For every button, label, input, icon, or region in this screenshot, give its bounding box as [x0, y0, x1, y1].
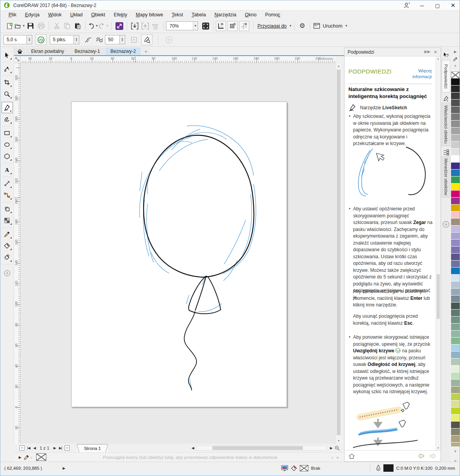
docker-scroll-thumb[interactable] — [437, 274, 440, 319]
options-button[interactable]: ⚙ — [297, 21, 308, 31]
rectangle-tool[interactable] — [2, 127, 13, 138]
horizontal-scrollbar[interactable] — [197, 445, 326, 451]
text-tool[interactable]: A — [2, 164, 13, 175]
curve-smoothing-icon[interactable] — [94, 34, 105, 45]
vertical-scroll-thumb[interactable] — [337, 70, 341, 435]
first-page-button[interactable]: |◀ — [26, 446, 31, 450]
horizontal-scroll-thumb[interactable] — [212, 446, 303, 450]
search-content-button[interactable] — [114, 21, 124, 31]
color-swatch[interactable] — [451, 114, 460, 121]
undo-button[interactable]: ▼ — [88, 21, 98, 31]
sketch-preview-button[interactable] — [141, 34, 152, 45]
zoom-level-combo[interactable]: 70% ▼ — [166, 21, 198, 30]
hscroll-right-arrow[interactable]: ▶ — [328, 446, 334, 450]
palette-flyout-arrow[interactable]: ▶ — [450, 50, 460, 54]
palette-eyedropper-icon[interactable] — [453, 57, 458, 61]
scroll-down-arrow[interactable]: ▼ — [336, 439, 341, 442]
fill-none-swatch[interactable] — [300, 465, 308, 471]
include-curves-toggle[interactable] — [35, 34, 47, 45]
connector-tool[interactable] — [2, 189, 13, 201]
tray-no-color-swatch[interactable] — [36, 453, 46, 461]
color-swatch[interactable] — [451, 387, 460, 394]
add-docker-button[interactable] — [443, 221, 450, 228]
add-page-before-button[interactable]: + — [19, 445, 24, 451]
ruler-origin[interactable] — [14, 56, 21, 63]
color-swatch[interactable] — [451, 275, 460, 282]
color-swatch[interactable] — [451, 429, 460, 436]
color-swatch[interactable] — [451, 121, 460, 128]
color-swatch[interactable] — [451, 366, 460, 373]
ellipse-tool[interactable] — [2, 139, 13, 150]
color-swatch[interactable] — [451, 142, 460, 149]
docker-close-icon[interactable]: ✕ — [434, 49, 437, 55]
color-swatch[interactable] — [451, 254, 460, 261]
color-swatch[interactable] — [451, 338, 460, 345]
menu-plik[interactable]: Plik — [4, 12, 21, 18]
last-page-button[interactable]: ▶| — [58, 446, 63, 450]
account-icon[interactable] — [403, 2, 411, 9]
docker-tab-wlasciwosci[interactable]: Właściwości obiektu — [442, 103, 450, 146]
palette-scroll-down[interactable]: ∨ — [450, 449, 460, 453]
hints-back-icon[interactable] — [417, 453, 425, 459]
scroll-up-arrow[interactable]: ▲ — [336, 65, 341, 67]
hscroll-left-arrow[interactable]: ◀ — [190, 446, 196, 450]
vertical-scrollbar[interactable]: ▲ ▼ — [336, 63, 341, 444]
menu-uklad[interactable]: Układ — [66, 12, 87, 18]
snap-to-button[interactable]: Przyciągaj do — [256, 23, 288, 29]
tab-beznazwy-2[interactable]: Beznazwy-2 — [105, 47, 141, 55]
open-button[interactable]: ▼ — [15, 21, 25, 31]
color-swatch[interactable] — [451, 380, 460, 387]
docker-collapse-icon[interactable]: ▶▶ — [425, 49, 430, 55]
launch-arrow[interactable]: ▼ — [345, 24, 348, 28]
hints-forward-icon[interactable] — [429, 453, 437, 459]
pick-tool[interactable] — [2, 49, 13, 61]
tray-scroll-right[interactable]: › — [332, 455, 333, 460]
color-swatch[interactable] — [451, 191, 460, 198]
color-swatch[interactable] — [451, 177, 460, 184]
smoothing-spinner[interactable]: ▲▼ — [120, 35, 125, 44]
docker-scroll-up[interactable]: ▲ — [436, 58, 441, 60]
color-swatch[interactable] — [451, 324, 460, 331]
docker-tab-menedzer[interactable]: Menedżer obiektów — [442, 156, 450, 198]
tab-ekran-powitalny[interactable]: Ekran powitalny — [26, 47, 69, 55]
import-button[interactable] — [129, 21, 140, 31]
color-swatch[interactable] — [451, 401, 460, 408]
distance-from-curve-field[interactable]: 5 piks. — [50, 35, 74, 44]
color-swatch[interactable] — [451, 443, 460, 446]
shape-tool[interactable] — [2, 63, 13, 74]
add-page-after-button[interactable]: + — [65, 445, 70, 451]
tray-expand[interactable]: » — [336, 455, 339, 460]
color-swatch[interactable] — [451, 352, 460, 359]
document-page[interactable] — [71, 102, 287, 407]
menu-edycja[interactable]: Edycja — [21, 12, 44, 18]
livesketch-tool[interactable] — [2, 102, 13, 113]
color-swatch[interactable] — [451, 79, 460, 86]
menu-narzedzia[interactable]: Narzędzia — [210, 12, 241, 18]
color-swatch[interactable] — [451, 205, 460, 212]
snap-to-arrow[interactable]: ▼ — [289, 24, 292, 28]
launch-button[interactable]: Uruchom — [321, 23, 344, 29]
color-swatch[interactable] — [451, 310, 460, 317]
new-document-tab-button[interactable]: + — [141, 47, 150, 55]
polygon-tool[interactable] — [2, 150, 13, 162]
transparency-tool[interactable] — [2, 215, 13, 226]
tray-eyedropper-icon[interactable] — [24, 455, 29, 460]
menu-tekst[interactable]: Tekst — [167, 12, 187, 18]
color-swatch[interactable] — [451, 198, 460, 205]
color-swatch[interactable] — [451, 93, 460, 100]
color-swatch[interactable] — [451, 212, 460, 219]
color-swatch[interactable] — [451, 100, 460, 107]
color-swatch[interactable] — [451, 345, 460, 352]
customize-toolbox-button[interactable] — [2, 268, 13, 279]
docker-tab-podpowiedzi[interactable]: Podpowiedzi — [442, 60, 450, 93]
close-button[interactable]: ✕ — [449, 2, 457, 9]
color-swatch[interactable] — [451, 135, 460, 142]
color-swatch[interactable] — [451, 86, 460, 93]
document-color-settings-icon[interactable] — [281, 465, 288, 471]
palette-scroll-up[interactable]: ∧ — [450, 64, 460, 68]
color-swatch[interactable] — [451, 233, 460, 240]
zoom-tool[interactable] — [2, 88, 13, 100]
color-swatch[interactable] — [451, 107, 460, 114]
coords-flyout-arrow[interactable]: ▶ — [63, 466, 65, 470]
color-swatch[interactable] — [451, 303, 460, 310]
